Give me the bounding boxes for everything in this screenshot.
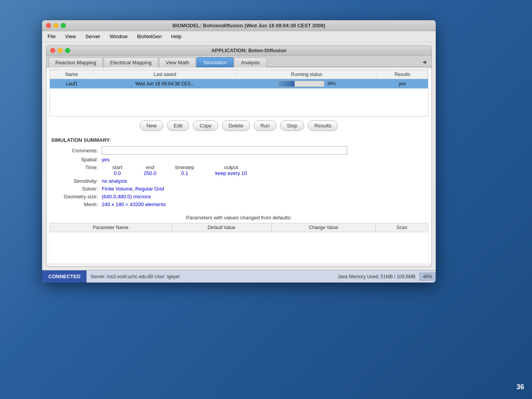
geometry-value: (640.0,480.0) microns (102, 194, 151, 200)
sensitivity-label: Sensitivity: (51, 178, 102, 184)
time-value-end: 250.0 (134, 170, 166, 176)
mesh-value: 240 x 180 = 43200 elements (102, 201, 166, 207)
simulation-summary-title: SIMULATION SUMMARY: (51, 137, 427, 143)
memory-info: Java Memory Used: 51MB / 109,6MB (334, 274, 419, 279)
menu-server[interactable]: Server (84, 33, 102, 40)
time-value-timestep: 0.1 (167, 170, 202, 176)
inner-minimize-button[interactable] (58, 48, 63, 53)
inner-window-title: APPLICATION: Boten-Diffusion (70, 48, 428, 53)
col-last-saved: Last saved (94, 70, 236, 79)
time-header-start: start (102, 164, 133, 170)
time-value-output: keep every 10 (204, 170, 258, 176)
sensitivity-row: Sensitivity: no analysis (51, 178, 427, 184)
solver-value: Finite Volume, Regular Grid (102, 186, 164, 192)
sensitivity-value: no analysis (102, 178, 127, 184)
col-results: Results (377, 70, 428, 79)
mesh-row: Mesh: 240 x 180 = 43200 elements (51, 201, 427, 207)
copy-button[interactable]: Copy (193, 120, 218, 131)
param-col-change: Change Value (271, 223, 376, 232)
edit-button[interactable]: Edit (167, 120, 189, 131)
inner-close-button[interactable] (50, 48, 55, 53)
row-progress: 36% (236, 79, 377, 89)
time-values: 0.0 250.0 0.1 keep every 10 (102, 170, 258, 176)
outer-close-button[interactable] (46, 23, 51, 28)
col-running-status: Running status (236, 70, 377, 79)
spatial-label: Spatial: (51, 157, 102, 162)
row-name: Lauf1 (50, 79, 94, 89)
menubar: File View Server Window BioNetGen Help (42, 31, 436, 42)
simulation-table-area: Name Last saved Running status Results L… (49, 70, 428, 117)
run-button[interactable]: Run (254, 120, 276, 131)
inner-maximize-button[interactable] (65, 48, 70, 53)
buttons-area: New Edit Copy Delete Run Stop Results (46, 120, 431, 131)
solver-label: Solver: (51, 186, 102, 192)
comments-input[interactable] (102, 146, 347, 155)
time-header-end: end (134, 164, 166, 170)
simulation-table: Name Last saved Running status Results L… (50, 70, 428, 88)
outer-window-title: BIOMODEL: Bohnendiffusion (Wed Jun 18 09… (66, 23, 432, 28)
row-results: yes (377, 79, 428, 89)
time-row: Time: start end timestep output 0.0 250.… (51, 164, 427, 176)
time-header-timestep: timestep (167, 164, 202, 170)
tab-analysis[interactable]: Analysis (234, 57, 266, 67)
parameters-title: Parameters with values changed from defa… (49, 215, 428, 221)
server-info: Server: ms3.vcell.uchc.edu:80 User: tgey… (87, 274, 334, 279)
progress-bar-fill (278, 81, 294, 87)
geometry-row: Geometry size: (640.0,480.0) microns (51, 194, 427, 200)
progress-label: 36% (327, 81, 336, 86)
menu-view[interactable]: View (64, 33, 78, 40)
progress-bar-container (277, 81, 324, 87)
table-row[interactable]: Lauf1 Wed Jun 18 09:04:38 CES... 36% yes (50, 79, 428, 89)
menu-window[interactable]: Window (108, 33, 129, 40)
main-content: Name Last saved Running status Results L… (46, 70, 431, 263)
tab-view-math[interactable]: View Math (159, 57, 196, 67)
parameters-table: Parameter Name Default Value Change Valu… (49, 223, 428, 263)
outer-window: BIOMODEL: Bohnendiffusion (Wed Jun 18 09… (42, 20, 436, 282)
time-header-output: output (204, 164, 258, 170)
mesh-label: Mesh: (51, 201, 102, 207)
stop-button[interactable]: Stop (280, 120, 304, 131)
col-name: Name (50, 70, 94, 79)
spatial-row: Spatial: yes (51, 157, 427, 162)
param-col-default: Default Value (171, 223, 271, 232)
geometry-label: Geometry size: (51, 194, 102, 200)
spatial-value: yes (102, 157, 110, 162)
inner-traffic-lights (50, 48, 70, 53)
outer-titlebar: BIOMODEL: Bohnendiffusion (Wed Jun 18 09… (42, 20, 436, 31)
menu-help[interactable]: Help (170, 33, 183, 40)
page-number: 36 (516, 383, 524, 391)
inner-window: APPLICATION: Boten-Diffusion Reaction Ma… (46, 45, 432, 267)
connected-badge: CONNECTED (42, 270, 87, 282)
time-label: Time: (51, 164, 102, 170)
solver-row: Solver: Finite Volume, Regular Grid (51, 186, 427, 192)
tab-reaction-mapping[interactable]: Reaction Mapping (49, 57, 103, 67)
time-grid: start end timestep output 0.0 250.0 0.1 … (102, 164, 258, 176)
results-button[interactable]: Results (308, 120, 338, 131)
tab-simulation[interactable]: Simulation (196, 57, 233, 67)
memory-percent: 46% (419, 273, 436, 281)
outer-maximize-button[interactable] (61, 23, 66, 28)
status-bar: CONNECTED Server: ms3.vcell.uchc.edu:80 … (42, 270, 436, 282)
row-last-saved: Wed Jun 18 09:04:38 CES... (94, 79, 236, 89)
comments-row: Comments: (51, 146, 427, 155)
comments-label: Comments: (51, 148, 102, 154)
menu-file[interactable]: File (46, 33, 57, 40)
simulation-summary: SIMULATION SUMMARY: Comments: Spatial: y… (46, 135, 431, 212)
tab-scroll-arrow[interactable]: ◀ (419, 58, 429, 66)
inner-titlebar: APPLICATION: Boten-Diffusion (46, 46, 431, 56)
outer-minimize-button[interactable] (53, 23, 58, 28)
menu-bionetgen[interactable]: BioNetGen (135, 33, 163, 40)
tabs-bar: Reaction Mapping Electrical Mapping View… (46, 56, 431, 67)
param-col-scan: Scan (376, 223, 428, 232)
time-value-start: 0.0 (102, 170, 133, 176)
param-col-name: Parameter Name (50, 223, 172, 232)
new-button[interactable]: New (140, 120, 163, 131)
tab-electrical-mapping[interactable]: Electrical Mapping (104, 57, 158, 67)
outer-traffic-lights (46, 23, 66, 28)
delete-button[interactable]: Delete (222, 120, 250, 131)
parameters-section: Parameters with values changed from defa… (49, 215, 428, 263)
time-headers: start end timestep output (102, 164, 258, 170)
